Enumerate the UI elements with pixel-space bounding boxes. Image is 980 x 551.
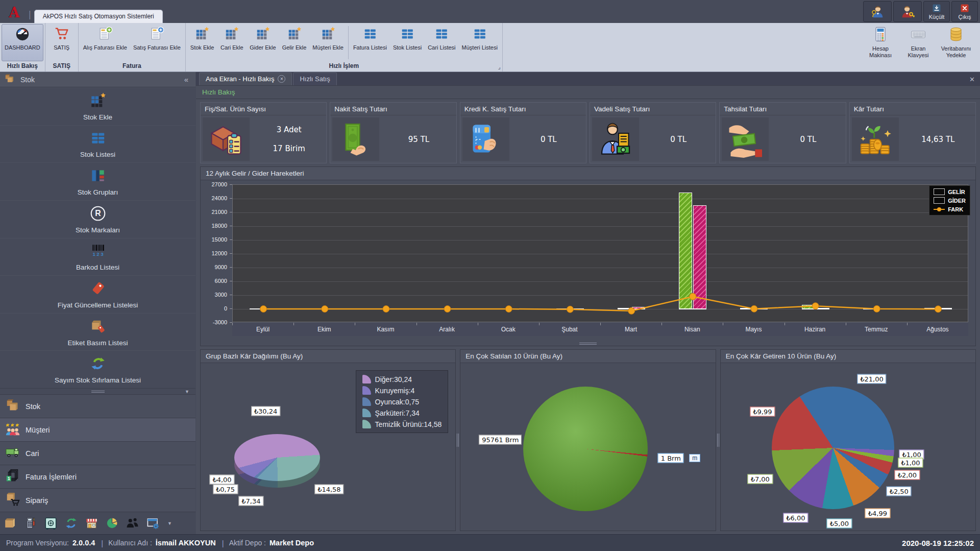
user-admin-button[interactable] — [893, 1, 922, 22]
box-cart-icon — [5, 492, 20, 509]
ribbon-button-veritabanini-yedekle[interactable]: Veritabanını Yedekle — [937, 24, 975, 71]
sidebar-group-siparis[interactable]: Sipariş — [0, 488, 195, 512]
ribbon-button-musteri-ekle[interactable]: Müşteri Ekle — [309, 24, 347, 61]
sidebar: Stok « Stok EkleStok ListesiStok Gruplar… — [0, 72, 196, 534]
chevron-down-icon[interactable]: ▼ — [167, 521, 172, 526]
ribbon-group-hizli-bakis: DASHBOARDHızlı Bakış — [0, 23, 45, 71]
ribbon-button-label: Gider Ekle — [250, 44, 276, 51]
ribbon-button-ekran-klavyesi[interactable]: Ekran Klavyesi — [899, 24, 937, 71]
person-money-icon — [592, 117, 639, 161]
sidebar-collapse-button[interactable]: « — [181, 75, 191, 84]
y-axis-tick — [230, 184, 232, 185]
keyboard-icon — [910, 26, 926, 44]
ribbon-button-alis-faturasi-ekle[interactable]: Alış Faturası Ekle — [80, 24, 130, 61]
tab-label: Hızlı Satış — [300, 75, 330, 83]
pie-icon[interactable] — [105, 516, 119, 530]
top-sold-products-pie: 95761 Brm1 Brmm — [460, 363, 715, 531]
top-profit-products-pie: ₺21,00₺1,00₺1,00₺2,00₺2,50₺4,99₺5,00₺6,0… — [721, 363, 975, 531]
blocks-icon — [89, 167, 107, 186]
x-axis-tick — [846, 323, 846, 325]
tab-close-icon[interactable]: × — [278, 75, 285, 83]
y-axis-label: 9000 — [202, 264, 227, 270]
pie-legend-label: Temizlik Ürünü:14,58 — [375, 420, 442, 428]
ribbon-button-cari-ekle[interactable]: Cari Ekle — [217, 24, 247, 61]
sidebar-item-stok-gruplari[interactable]: Stok Grupları — [0, 162, 195, 200]
ribbon-button-gider-ekle[interactable]: Gider Ekle — [247, 24, 279, 61]
window-gear-icon[interactable] — [146, 516, 160, 530]
kpi-value: 0 TL — [670, 135, 687, 144]
tooltip: m — [689, 454, 700, 462]
refresh-icon[interactable] — [64, 516, 78, 530]
chevron-down-icon[interactable]: ▼ — [185, 389, 189, 394]
ribbon-button-stok-listesi[interactable]: Stok Listesi — [390, 24, 425, 61]
ribbon-button-label: Gelir Ekle — [282, 44, 307, 51]
status-separator: | — [101, 539, 103, 547]
sidebar-groups: StokMüşteriCari1Fatura İşlemleriSipariş — [0, 394, 195, 512]
safe-icon[interactable] — [44, 516, 58, 530]
legend-swatch — [934, 206, 945, 212]
sidebar-item-stok-ekle[interactable]: Stok Ekle — [0, 87, 195, 125]
pie-graphic — [523, 387, 648, 511]
tab-divider: | — [29, 6, 31, 23]
ribbon-button-stok-ekle[interactable]: Stok Ekle — [187, 24, 217, 61]
chart-resize-handle[interactable] — [201, 343, 975, 345]
status-datetime: 2020-08-19 12:25:02 — [902, 539, 974, 547]
exit-button[interactable]: Çıkış — [951, 1, 978, 22]
sidebar-item-sayim-stok-sifirlama-listesi[interactable]: Sayım Stok Sıfırlama Listesi — [0, 350, 195, 388]
pie-slice-label-oyuncak: ₺0,75 — [213, 485, 238, 494]
ribbon-button-musteri-listesi[interactable]: Müşteri Listesi — [459, 24, 501, 61]
status-info: Program Versiyonu:2.0.0.4|Kullanıcı Adı … — [6, 539, 319, 547]
sidebar-resize-handle[interactable]: ▼ — [0, 388, 195, 394]
y-axis-label: 15000 — [202, 236, 227, 243]
sidebar-item-barkod-listesi[interactable]: 1 2 3Barkod Listesi — [0, 238, 195, 276]
pie-legend-item: Diğer:30,24 — [362, 375, 442, 384]
pie1-title: Grup Bazlı Kâr Dağılımı (Bu Ay) — [201, 350, 455, 363]
pie-slice-label-1-00-2: ₺1,00 — [898, 458, 923, 468]
sidebar-item-stok-markalari[interactable]: RStok Markaları — [0, 200, 195, 238]
pie-slice-label-2-50: ₺2,50 — [887, 486, 912, 496]
kpi-card-nakit-satis-tutari: Nakit Satış Tutarı95 TL — [330, 102, 456, 163]
kpi-value: 0 TL — [800, 135, 817, 144]
sidebar-item-label: Etiket Basım Listesi — [68, 339, 128, 347]
app-title-tab[interactable]: AkPOS Hızlı Satış Otomasyon Sistemleri — [34, 10, 163, 23]
ribbon-button-cari-listesi[interactable]: Cari Listesi — [425, 24, 458, 61]
group-dialog-launcher[interactable]: ⌟ — [498, 64, 501, 70]
kpi-value: 0 TL — [541, 135, 557, 144]
tabs-close-icon[interactable]: ✕ — [969, 76, 980, 85]
pos-terminal-icon[interactable] — [23, 516, 37, 530]
panel-splitter[interactable] — [716, 349, 720, 531]
sidebar-group-stok[interactable]: Stok — [0, 394, 195, 418]
ribbon-button-gelir-ekle[interactable]: Gelir Ekle — [279, 24, 310, 61]
y-axis-label: -3000 — [202, 319, 227, 325]
section-title: Hızlı Bakış — [196, 86, 980, 99]
panel-splitter[interactable] — [456, 349, 460, 531]
ribbon-button-dashboard[interactable]: DASHBOARD — [2, 24, 43, 61]
x-axis-label: Mart — [625, 326, 637, 333]
sidebar-item-etiket-basim-listesi[interactable]: Etiket Basım Listesi — [0, 313, 195, 351]
legend-item-geliir: GELİR — [934, 188, 966, 195]
sidebar-group-cari[interactable]: Cari — [0, 441, 195, 465]
sidebar-item-stok-listesi[interactable]: Stok Listesi — [0, 125, 195, 163]
kpi-card-kar-tutari: Kâr Tutarı14,63 TL — [849, 102, 976, 163]
y-axis-label: 18000 — [202, 223, 227, 229]
ribbon-button-label: Hesap Makinası — [869, 45, 892, 58]
store-icon[interactable] — [85, 516, 99, 530]
minimize-button[interactable]: Küçült — [923, 1, 950, 22]
invoices-icon: 1 — [5, 468, 20, 486]
y-axis-label: 3000 — [202, 292, 227, 298]
boxes-icon — [5, 398, 20, 415]
ribbon-button-satis-faturasi-ekle[interactable]: Satış Faturası Ekle — [130, 24, 184, 61]
tab-hizli-satis[interactable]: Hızlı Satış — [293, 73, 336, 85]
tab-ana-ekran-hizli-bakis[interactable]: Ana Ekran - Hızlı Bakış× — [199, 73, 292, 85]
user-profile-button[interactable] — [863, 1, 892, 22]
sidebar-item-fiyat-guncelleme-listelesi[interactable]: Fiyat Güncelleme Listelesi — [0, 275, 195, 313]
people-icon[interactable] — [126, 516, 139, 530]
sidebar-group-musteri[interactable]: Müşteri — [0, 418, 195, 441]
ribbon-button-hesap-makinasi[interactable]: Hesap Makinası — [862, 24, 899, 71]
sidebar-item-label: Stok Listesi — [80, 151, 115, 158]
ribbon-button-fatura-listesi[interactable]: Fatura Listesi — [350, 24, 390, 61]
ribbon-button-satis[interactable]: SATIŞ — [47, 24, 77, 61]
box-icon[interactable] — [3, 516, 17, 530]
sidebar-group-fatura-iislemleri[interactable]: 1Fatura İşlemleri — [0, 465, 195, 488]
sidebar-header: Stok « — [0, 72, 195, 87]
